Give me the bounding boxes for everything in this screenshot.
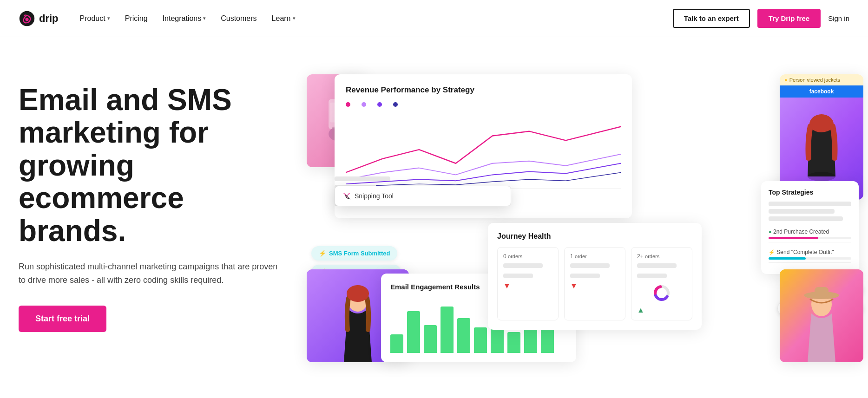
strat-block-3 bbox=[769, 216, 843, 221]
talk-to-expert-button[interactable]: Talk to an expert bbox=[673, 9, 750, 28]
svg-point-1 bbox=[25, 18, 28, 21]
journey-bar-1b bbox=[570, 274, 600, 278]
legend-item-2 bbox=[362, 102, 366, 107]
bar-group-0 bbox=[390, 334, 403, 353]
strat-bar-fill-1 bbox=[769, 237, 818, 239]
journey-bar-1a bbox=[570, 263, 610, 268]
sms-badge-1-label: SMS Form Submitted bbox=[329, 250, 390, 257]
try-drip-free-button[interactable]: Try Drip free bbox=[757, 9, 821, 28]
strat-label-1: 2nd Purchase Created bbox=[773, 228, 829, 235]
top-strategies-title: Top Strategies bbox=[769, 189, 851, 196]
donut-svg bbox=[652, 284, 671, 302]
nav-integrations[interactable]: Integrations ▾ bbox=[156, 11, 213, 26]
journey-bar-2b bbox=[637, 274, 667, 278]
trend-up-2: ▲ bbox=[637, 306, 686, 314]
bar-group-2 bbox=[424, 325, 437, 353]
legend-item-1 bbox=[346, 102, 350, 107]
logo[interactable]: drip bbox=[19, 10, 59, 27]
bar-group-1 bbox=[407, 311, 420, 353]
sms-form-submitted-badge: ⚡ SMS Form Submitted bbox=[311, 246, 397, 261]
bar-0 bbox=[390, 334, 403, 353]
hero-headline: Email and SMS marketing for growing ecom… bbox=[19, 84, 288, 247]
chart-legend bbox=[346, 102, 621, 107]
hero-left: Email and SMS marketing for growing ecom… bbox=[19, 65, 288, 332]
bar-3 bbox=[441, 307, 454, 353]
snipping-tool-label: Snipping Tool bbox=[355, 192, 394, 200]
start-free-trial-button[interactable]: Start free trial bbox=[19, 306, 106, 332]
donut-chart bbox=[637, 284, 686, 302]
legend-dot-1 bbox=[346, 102, 350, 107]
strat-bar-fill-2 bbox=[769, 257, 806, 260]
legend-item-3 bbox=[377, 102, 382, 107]
legend-item-4 bbox=[393, 102, 398, 107]
top-strategies-panel: Top Strategies ● 2nd Purchase Created ⚡ … bbox=[761, 181, 859, 274]
nav-links: Product ▾ Pricing Integrations ▾ Custome… bbox=[73, 11, 302, 26]
snipping-tool-icon bbox=[342, 192, 351, 200]
nav-learn[interactable]: Learn ▾ bbox=[265, 11, 302, 26]
strat-block-2 bbox=[769, 209, 835, 214]
nav-product[interactable]: Product ▾ bbox=[73, 11, 117, 26]
nav-pricing[interactable]: Pricing bbox=[118, 11, 154, 26]
journey-col-2-header: 2+ orders bbox=[637, 253, 686, 260]
journey-col-0-header: 0 orders bbox=[503, 253, 552, 260]
journey-bar-0b bbox=[503, 274, 533, 278]
journey-col-1: 1 order ▼ bbox=[564, 247, 625, 320]
strat-block-1 bbox=[769, 202, 851, 206]
journey-col-1-header: 1 order bbox=[570, 253, 619, 260]
journey-col-2: 2+ orders ▲ bbox=[631, 247, 692, 320]
drip-logo-icon bbox=[19, 10, 35, 27]
strat-bar-1 bbox=[769, 237, 851, 239]
bar-group-3 bbox=[441, 307, 454, 353]
snipping-tool-header: Snipping Tool bbox=[342, 192, 503, 200]
fb-person-text: Person viewed jackets bbox=[789, 77, 840, 83]
strat-dot-2: ⚡ bbox=[769, 249, 775, 255]
bottom-right-illustration bbox=[780, 269, 863, 362]
bar-7 bbox=[507, 332, 520, 353]
grey-block-1 bbox=[335, 176, 390, 181]
journey-cols: 0 orders ▼ 1 order ▼ 2+ orders bbox=[497, 247, 692, 320]
product-chevron-icon: ▾ bbox=[107, 15, 110, 21]
bar-5 bbox=[474, 327, 487, 353]
journey-health-panel: Journey Health 0 orders ▼ 1 order ▼ 2+ o… bbox=[488, 223, 702, 330]
svg-rect-20 bbox=[815, 287, 829, 297]
strat-dot-1: ● bbox=[769, 229, 772, 235]
bar-group-5 bbox=[474, 327, 487, 353]
logo-text: drip bbox=[39, 13, 59, 25]
journey-bar-2a bbox=[637, 263, 677, 268]
facebook-header: facebook bbox=[780, 85, 863, 98]
strat-item-2: ⚡ Send "Complete Outfit" bbox=[769, 246, 851, 263]
nav-right: Talk to an expert Try Drip free Sign in bbox=[673, 9, 849, 28]
trend-down-1: ▼ bbox=[570, 282, 619, 290]
bar-2 bbox=[424, 325, 437, 353]
nav-left: drip Product ▾ Pricing Integrations ▾ Cu… bbox=[19, 10, 302, 27]
navbar: drip Product ▾ Pricing Integrations ▾ Cu… bbox=[0, 0, 868, 37]
signin-link[interactable]: Sign in bbox=[828, 14, 849, 22]
strat-item-1: ● 2nd Purchase Created bbox=[769, 226, 851, 242]
strat-label-2: Send "Complete Outfit" bbox=[776, 249, 834, 255]
facebook-label: facebook bbox=[809, 88, 834, 95]
trend-down-0: ▼ bbox=[503, 282, 552, 290]
legend-dot-2 bbox=[362, 102, 366, 107]
hero-dashboard: Revenue Performance by Strategy bbox=[307, 65, 849, 390]
bolt-icon-1: ⚡ bbox=[319, 250, 326, 257]
hero-section: Email and SMS marketing for growing ecom… bbox=[0, 37, 868, 398]
legend-dot-4 bbox=[393, 102, 398, 107]
journey-health-title: Journey Health bbox=[497, 232, 692, 241]
journey-col-0: 0 orders ▼ bbox=[497, 247, 559, 320]
hero-subtext: Run sophisticated multi-channel marketin… bbox=[19, 260, 279, 287]
fb-person-label: ● Person viewed jackets bbox=[780, 74, 863, 85]
integrations-chevron-icon: ▾ bbox=[203, 15, 206, 21]
legend-dot-3 bbox=[377, 102, 382, 107]
svg-point-16 bbox=[347, 285, 369, 302]
bottom-right-panel bbox=[780, 269, 863, 362]
journey-bar-0a bbox=[503, 263, 543, 268]
svg-point-13 bbox=[808, 172, 835, 181]
nav-customers[interactable]: Customers bbox=[214, 11, 263, 26]
strat-bar-2 bbox=[769, 257, 851, 260]
snipping-tool-overlay: Snipping Tool bbox=[335, 186, 511, 206]
bar-4 bbox=[457, 318, 470, 353]
learn-chevron-icon: ▾ bbox=[293, 15, 296, 21]
bar-group-7 bbox=[507, 332, 520, 353]
fb-dot-icon: ● bbox=[784, 77, 788, 83]
bar-group-4 bbox=[457, 318, 470, 353]
